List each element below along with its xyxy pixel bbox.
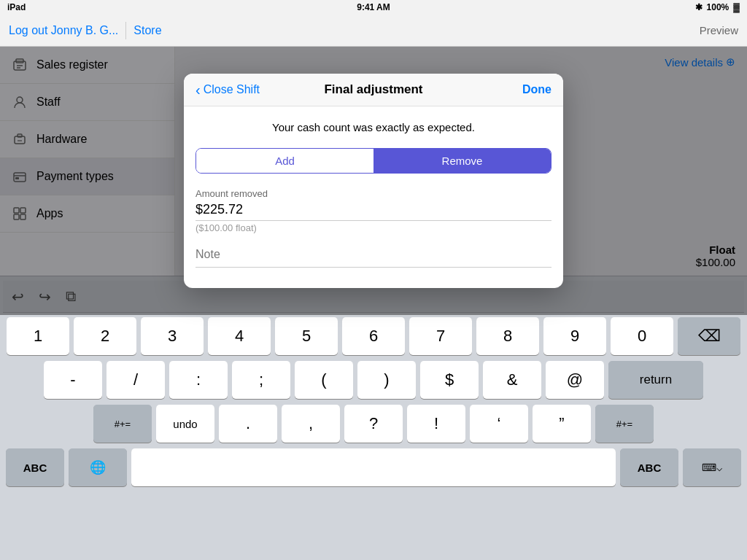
kb-row-bottom: ABC 🌐 ABC ⌨︎⌵	[6, 448, 741, 486]
nav-bar: Log out Jonny B. G... Store Preview	[0, 15, 747, 47]
key-abc-right[interactable]: ABC	[620, 448, 678, 486]
bluetooth-icon: ✱	[695, 2, 703, 12]
modal-overlay: ‹ Close Shift Final adjustment Done Your…	[0, 47, 747, 315]
key-space[interactable]	[131, 448, 616, 486]
kb-row-symbols: - / : ; ( ) $ & @ return	[6, 361, 741, 399]
battery-label: 100%	[707, 2, 729, 12]
key-semicolon[interactable]: ;	[232, 361, 290, 399]
key-quote[interactable]: ”	[533, 405, 591, 443]
key-keyboard[interactable]: ⌨︎⌵	[683, 448, 741, 486]
store-button[interactable]: Store	[133, 24, 161, 37]
note-field	[196, 242, 551, 268]
key-dollar[interactable]: $	[420, 361, 479, 399]
key-period[interactable]: .	[219, 405, 277, 443]
main-content: Sales register Staff Hardware	[0, 47, 747, 276]
status-time: 9:41 AM	[357, 2, 390, 12]
key-2[interactable]: 2	[74, 317, 136, 355]
logout-button[interactable]: Log out Jonny B. G...	[9, 24, 118, 37]
keyboard: ↩ ↪ ⧉ 1 2 3 4 5 6 7 8 9 0 ⌫ - / : ; ( ) …	[0, 276, 747, 560]
close-shift-label: Close Shift	[204, 83, 260, 96]
key-ampersand[interactable]: &	[483, 361, 541, 399]
modal-body: Your cash count was exactly as expected.…	[184, 106, 563, 288]
key-1[interactable]: 1	[7, 317, 69, 355]
ipad-label: iPad ᠋	[7, 2, 28, 12]
modal-message: Your cash count was exactly as expected.	[196, 118, 551, 136]
key-apostrophe[interactable]: ‘	[470, 405, 528, 443]
key-open-paren[interactable]: (	[295, 361, 353, 399]
key-slash[interactable]: /	[107, 361, 165, 399]
kb-row-numbers: 1 2 3 4 5 6 7 8 9 0 ⌫	[6, 317, 741, 355]
amount-input[interactable]	[196, 202, 551, 217]
preview-label: Preview	[700, 24, 738, 36]
key-8[interactable]: 8	[476, 317, 539, 355]
remove-segment-button[interactable]: Remove	[374, 149, 551, 173]
key-question[interactable]: ?	[344, 405, 403, 443]
battery-icon: ▓	[733, 2, 740, 12]
add-segment-button[interactable]: Add	[196, 149, 374, 173]
key-5[interactable]: 5	[275, 317, 338, 355]
key-comma[interactable]: ,	[282, 405, 340, 443]
key-close-paren[interactable]: )	[357, 361, 416, 399]
key-globe[interactable]: 🌐	[69, 448, 127, 486]
keyboard-rows: 1 2 3 4 5 6 7 8 9 0 ⌫ - / : ; ( ) $ & @ …	[3, 317, 744, 486]
modal-title: Final adjustment	[324, 82, 422, 97]
key-7[interactable]: 7	[409, 317, 472, 355]
key-hashplus-left[interactable]: #+=	[93, 405, 152, 443]
modal-dialog: ‹ Close Shift Final adjustment Done Your…	[184, 74, 563, 288]
key-3[interactable]: 3	[141, 317, 204, 355]
key-hashplus-right[interactable]: #+=	[595, 405, 654, 443]
key-4[interactable]: 4	[208, 317, 271, 355]
delete-key[interactable]: ⌫	[678, 317, 740, 355]
key-undo[interactable]: undo	[156, 405, 214, 443]
done-button[interactable]: Done	[522, 83, 551, 96]
modal-done-area: Done	[522, 83, 551, 96]
kb-row-special: #+= undo . , ? ! ‘ ” #+=	[6, 405, 741, 443]
back-chevron-icon: ‹	[196, 82, 201, 98]
amount-removed-field: Amount removed ($100.00 float)	[196, 188, 551, 233]
note-input[interactable]	[196, 242, 551, 268]
modal-back-area: ‹ Close Shift	[196, 82, 260, 98]
key-0[interactable]: 0	[611, 317, 673, 355]
nav-divider	[125, 22, 126, 39]
key-minus[interactable]: -	[44, 361, 102, 399]
modal-header: ‹ Close Shift Final adjustment Done	[184, 74, 563, 106]
amount-input-container	[196, 202, 551, 221]
key-at[interactable]: @	[546, 361, 604, 399]
key-9[interactable]: 9	[543, 317, 606, 355]
add-remove-segment: Add Remove	[196, 148, 551, 174]
key-6[interactable]: 6	[342, 317, 405, 355]
key-colon[interactable]: :	[169, 361, 228, 399]
status-bar: iPad ᠋ 9:41 AM ✱ 100% ▓	[0, 0, 747, 15]
float-hint: ($100.00 float)	[196, 222, 551, 233]
key-abc[interactable]: ABC	[6, 448, 64, 486]
amount-removed-label: Amount removed	[196, 188, 551, 199]
return-key[interactable]: return	[608, 361, 703, 399]
close-shift-button[interactable]: ‹ Close Shift	[196, 82, 260, 98]
key-exclamation[interactable]: !	[407, 405, 465, 443]
